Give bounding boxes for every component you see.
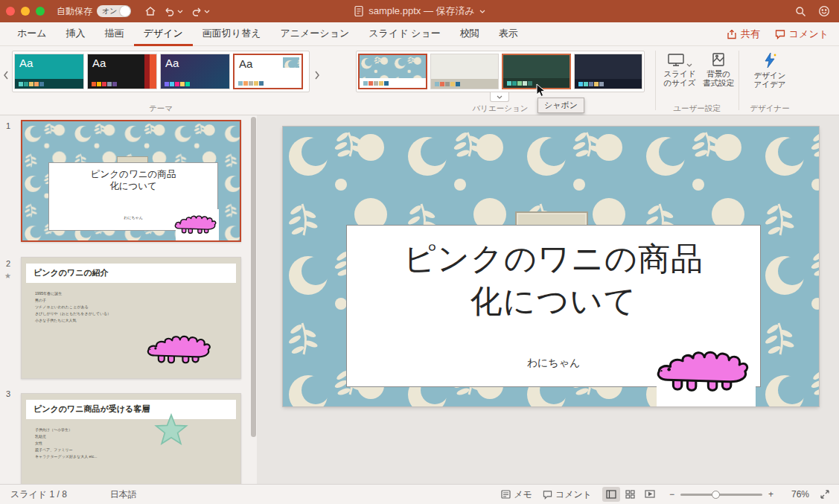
tab-design[interactable]: デザイン [134,22,193,46]
design-ideas-label-line2: アイデア [754,80,786,89]
pink-crocodile-image [174,212,217,235]
variation-tooltip: シャボン [537,98,584,113]
comments-button[interactable]: コメント [775,28,829,41]
tab-slideshow[interactable]: スライド ショー [359,22,450,46]
fit-slide-to-window-button[interactable] [820,489,830,500]
variations-group-label: バリエーション [356,103,645,114]
designer-group-label: デザイナー [744,103,795,114]
theme-aa-label: Aa [19,57,33,69]
variation-thumbnail-2[interactable] [430,54,499,89]
tab-insert[interactable]: 挿入 [57,22,95,46]
themes-scroll-left-button[interactable] [1,66,10,85]
autosave-label: 自動保存 [57,5,92,18]
thumb-bullets: 子供向け（〜小学生） 乳幼児 女性 親子ペア、ファミリー キャラクターグッズ好き… [35,427,97,460]
zoom-out-button[interactable]: − [669,489,674,500]
zoom-slider[interactable] [680,494,762,496]
tab-animations[interactable]: アニメーション [270,22,359,46]
slide-size-icon [667,52,685,67]
autosave-toggle-knob [120,6,130,16]
theme-thumbnail-1[interactable]: Aa [14,54,84,89]
variation-swatches [435,82,460,86]
chevron-down-icon [204,10,210,13]
slide-thumbnail-1[interactable]: ピンクのワニの商品 化について わにちゃん [21,120,241,242]
language-button[interactable]: 日本語 [110,488,137,501]
zoom-level[interactable]: 76% [784,489,809,500]
tab-review[interactable]: 校閲 [450,22,489,46]
share-button[interactable]: 共有 [727,28,760,41]
theme-pattern-chip [283,57,299,68]
tab-view[interactable]: 表示 [489,22,528,46]
variation-swatches [363,81,389,86]
powerpoint-window: 自動保存 オン [0,0,839,504]
slide-size-label-line1: スライド [664,69,696,78]
slide-thumbnail-3[interactable]: ピンクのワニ商品が受ける客層 子供向け（〜小学生） 乳幼児 女性 親子ペア、ファ… [21,393,241,484]
zoom-window-button[interactable] [36,7,45,16]
redo-button[interactable] [191,6,210,17]
variations-gallery [356,51,645,92]
theme-aa-label: Aa [165,57,179,69]
theme-thumbnail-2[interactable]: Aa [87,54,157,89]
statusbar: スライド 1 / 8 日本語 メモ コメント [0,484,839,504]
slide-sorter-view-button[interactable] [622,487,639,502]
theme-swatches [19,82,44,86]
user-settings-group-label: ユーザー設定 [658,103,736,114]
statusbar-comments-label: コメント [555,488,592,501]
slideshow-view-button[interactable] [641,487,659,502]
undo-button[interactable] [164,6,183,17]
comment-icon [543,490,552,500]
zoom-in-button[interactable]: + [768,489,773,500]
theme-thumbnail-3[interactable]: Aa [160,54,230,89]
zoom-slider-knob[interactable] [712,491,720,499]
account-icon[interactable] [818,5,830,17]
theme-thumbnail-current-shabon[interactable]: Aa [233,54,303,89]
search-icon[interactable] [795,6,806,17]
pink-crocodile-image [147,331,212,365]
autosave-toggle[interactable]: オン [97,5,131,17]
notes-label: メモ [514,488,532,501]
ribbon-separator [655,51,656,110]
theme-swatches [165,82,190,86]
thumbnail-scrollbar[interactable] [251,117,256,437]
statusbar-comments-button[interactable]: コメント [543,488,592,501]
minimize-window-button[interactable] [21,7,30,16]
variation-thumbnail-4[interactable] [574,54,642,89]
theme-stripe [144,54,150,89]
variation-thumbnail-1-current[interactable] [358,54,427,89]
slide-title[interactable]: ピンクのワニの商品 化について [347,237,760,322]
thumb-bullets: 1995年春に誕生 男の子 ツチノコといわれたことがある さびしがりや（おともだ… [35,290,111,324]
slide-number: 3 [6,389,10,398]
notes-button[interactable]: メモ [501,488,532,501]
share-label: 共有 [741,28,760,41]
document-icon [354,5,364,17]
autosave-state: オン [102,6,117,16]
format-background-icon [711,52,726,67]
home-icon[interactable] [144,5,156,17]
tab-draw[interactable]: 描画 [95,22,134,46]
format-background-button[interactable]: 背景の 書式設定 [700,52,737,87]
normal-view-button[interactable] [602,487,620,502]
tab-home[interactable]: ホーム [7,22,57,46]
document-title[interactable]: sample.pptx — 保存済み [369,4,475,18]
theme-swatches [92,82,117,86]
themes-gallery: Aa Aa Aa Aa [12,51,310,92]
slide-thumbnail-2[interactable]: ピンクのワニの紹介 1995年春に誕生 男の子 ツチノコといわれたことがある さ… [21,257,241,379]
ribbon-separator [738,51,739,110]
design-ideas-button[interactable]: デザイン アイデア [747,52,792,89]
variations-more-button[interactable] [490,92,509,102]
slide-size-button[interactable]: スライド のサイズ [661,52,698,87]
slide-number: 2 [6,259,10,268]
pink-crocodile-image[interactable] [655,344,752,393]
tab-transitions[interactable]: 画面切り替え [193,22,271,46]
current-slide[interactable]: ピンクのワニの商品 化について わにちゃん [283,127,819,406]
themes-scroll-right-button[interactable] [313,66,322,85]
thumb-title: ピンクのワニの商品 化について [49,168,217,192]
thumb-title: ピンクのワニ商品が受ける客層 [34,403,150,415]
thumb-title: ピンクのワニの紹介 [34,267,109,278]
themes-group-label: テーマ [12,103,310,114]
format-background-label-line1: 背景の [706,69,730,78]
theme-stripe [150,54,156,89]
close-window-button[interactable] [6,7,15,16]
comment-icon [775,29,785,39]
notes-icon [501,490,511,499]
share-icon [727,29,737,39]
